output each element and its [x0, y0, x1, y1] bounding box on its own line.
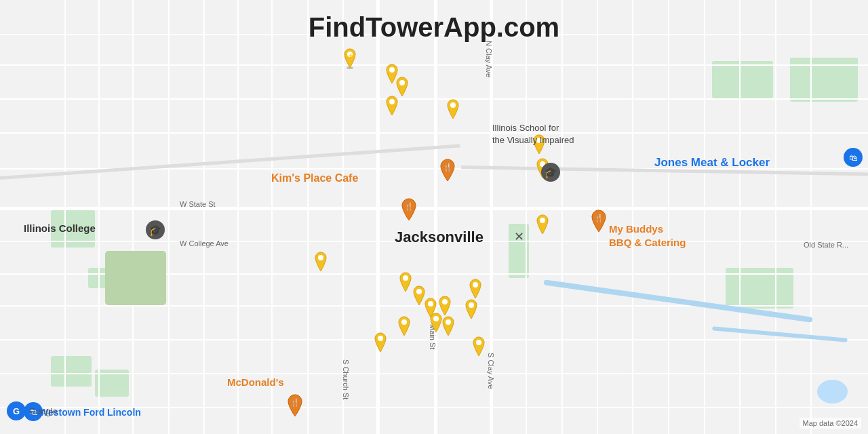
- tower-pin-4[interactable]: [383, 95, 401, 117]
- street-v-17: [775, 0, 776, 434]
- svg-point-9: [540, 218, 545, 223]
- road-church: [376, 0, 380, 434]
- jacksonville-marker: ✕: [514, 229, 524, 244]
- svg-point-10: [318, 255, 323, 260]
- food-pin-mcdonalds[interactable]: 🍴: [285, 393, 305, 418]
- street-v-1: [64, 0, 66, 434]
- svg-point-20: [378, 336, 383, 341]
- svg-text:🍴: 🍴: [404, 201, 414, 211]
- kims-place-label: Kim's Place Cafe: [271, 172, 358, 184]
- street-v-8: [307, 0, 309, 434]
- svg-point-3: [389, 67, 395, 73]
- illinois-school-label: Illinois School forthe Visually Impaired: [492, 122, 574, 146]
- street-label-church: S Church St: [342, 359, 350, 399]
- illinois-college-label: Illinois College: [24, 222, 96, 235]
- jones-meat-label: Jones Meat & Locker: [654, 156, 770, 170]
- svg-point-14: [442, 299, 448, 304]
- illinois-school-marker: 🎓: [541, 163, 560, 182]
- street-v-14: [668, 0, 669, 434]
- illinois-college-marker: 🎓: [146, 220, 165, 239]
- svg-point-6: [450, 102, 456, 108]
- svg-point-21: [476, 340, 481, 345]
- tower-pin-19[interactable]: [372, 332, 389, 353]
- svg-point-12: [416, 289, 422, 294]
- street-v-18: [810, 0, 812, 434]
- tower-pin-17[interactable]: [439, 315, 457, 337]
- road-main: [434, 0, 437, 434]
- food-pin-buddys[interactable]: 🍴: [589, 209, 609, 233]
- tower-pin-20[interactable]: [470, 336, 488, 357]
- street-label-college: W College Ave: [180, 239, 229, 248]
- svg-text:🍴: 🍴: [443, 162, 452, 172]
- street-label-s-clay: S Clay Ave: [487, 353, 495, 389]
- google-logo: G Google: [7, 401, 58, 420]
- street-v-10: [526, 0, 527, 434]
- green-area-ne1: [712, 61, 773, 98]
- tower-pin-9[interactable]: [312, 251, 330, 273]
- jones-meat-icon[interactable]: 🛍: [844, 148, 863, 167]
- svg-point-4: [399, 80, 405, 85]
- svg-text:⚡: ⚡: [348, 53, 353, 58]
- green-area-3: [51, 356, 92, 387]
- street-v-11: [561, 0, 563, 434]
- tower-pin-18[interactable]: [395, 315, 413, 337]
- tower-pin-15[interactable]: [462, 298, 480, 320]
- svg-point-17: [433, 316, 439, 321]
- blue-area-pond: [817, 380, 848, 403]
- street-label-state: W State St: [180, 200, 216, 208]
- tower-pin-14[interactable]: [467, 278, 484, 300]
- map-background: [0, 0, 868, 434]
- college-grounds: [105, 251, 166, 305]
- svg-point-15: [473, 282, 478, 288]
- street-v-6: [237, 0, 239, 434]
- street-v-5: [203, 0, 205, 434]
- my-buddys-label: My BuddysBBQ & Catering: [609, 222, 686, 249]
- street-v-7: [271, 0, 273, 434]
- street-v-2: [98, 0, 100, 434]
- street-v-13: [632, 0, 633, 434]
- svg-point-13: [428, 301, 433, 307]
- tower-pin-5[interactable]: [444, 98, 462, 120]
- mcdonalds-label: McDonald's: [227, 376, 284, 388]
- street-v-15: [704, 0, 705, 434]
- svg-text:🍴: 🍴: [594, 213, 604, 222]
- street-v-3: [132, 0, 134, 434]
- svg-point-11: [403, 275, 408, 281]
- svg-text:🍴: 🍴: [290, 397, 300, 407]
- diagonal-road-1: [0, 144, 460, 180]
- svg-point-18: [446, 319, 451, 325]
- street-label-n-clay: N Clay Ave: [485, 41, 493, 77]
- food-pin-center[interactable]: 🍴: [399, 197, 419, 222]
- street-v-16: [739, 0, 741, 434]
- street-v-4: [168, 0, 170, 434]
- street-label-old-state: Old State R...: [804, 241, 848, 249]
- tower-pin-8[interactable]: [534, 214, 551, 235]
- food-pin-kims[interactable]: 🍴: [437, 158, 458, 182]
- tower-pin-1[interactable]: ⚡: [341, 47, 359, 69]
- svg-point-16: [469, 302, 474, 308]
- map-data-label: Map data ©2024: [800, 418, 862, 429]
- map-container[interactable]: FindTowerApp.com W State St W College Av…: [0, 0, 868, 434]
- city-label: Jacksonville: [395, 229, 484, 246]
- page-title: FindTowerApp.com: [309, 12, 559, 43]
- svg-point-19: [401, 319, 407, 325]
- svg-point-5: [389, 99, 395, 104]
